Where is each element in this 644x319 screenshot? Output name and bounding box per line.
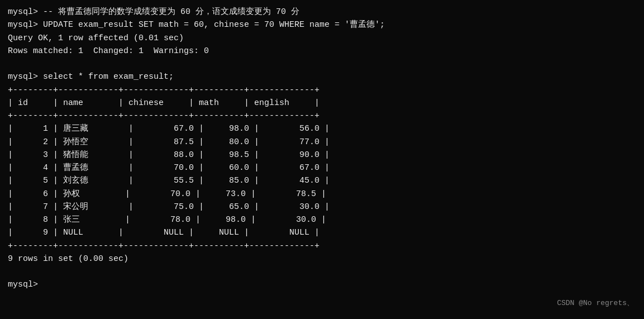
blank-line-2 xyxy=(8,265,636,278)
line-1: mysql> -- 将曹孟德同学的数学成绩变更为 60 分，语文成绩变更为 70… xyxy=(8,6,636,18)
next-prompt: mysql> xyxy=(8,278,636,291)
watermark: CSDN @No regrets、 xyxy=(557,298,634,309)
line-5: mysql> select * from exam_result; xyxy=(8,70,636,83)
sql-table: +--------+------------+-------------+---… xyxy=(8,84,636,253)
line-3: Query OK, 1 row affected (0.01 sec) xyxy=(8,32,636,45)
footer-line: 9 rows in set (0.00 sec) xyxy=(8,253,636,265)
terminal-container: mysql> -- 将曹孟德同学的数学成绩变更为 60 分，语文成绩变更为 70… xyxy=(8,6,636,292)
line-4: Rows matched: 1 Changed: 1 Warnings: 0 xyxy=(8,45,636,58)
line-blank xyxy=(8,58,636,70)
line-2: mysql> UPDATE exam_result SET math = 60,… xyxy=(8,18,636,31)
